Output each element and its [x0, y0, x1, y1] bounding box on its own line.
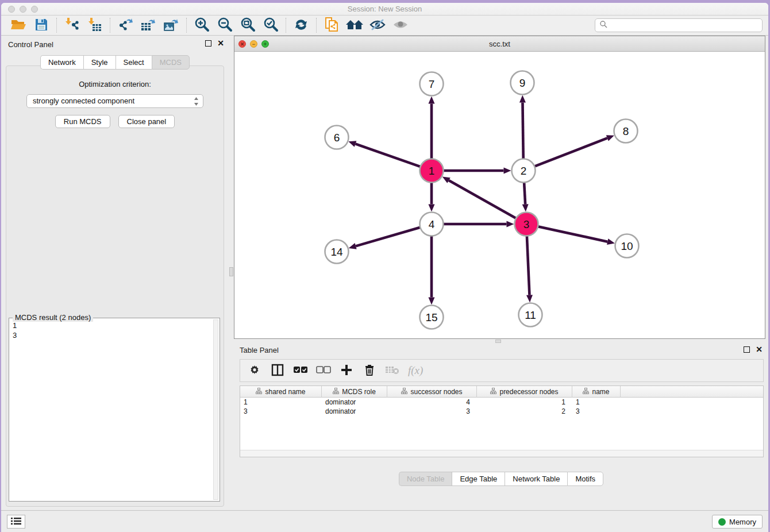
edge-arrow-4-15: [429, 298, 435, 305]
search-input[interactable]: [608, 20, 762, 30]
export-image-button[interactable]: [160, 17, 183, 34]
table-cell[interactable]: dominator: [322, 398, 387, 407]
zoom-in-icon: [194, 17, 210, 34]
float-table-panel-icon[interactable]: [744, 346, 750, 353]
import-network-button[interactable]: [60, 17, 83, 34]
table-cell[interactable]: 1: [477, 398, 572, 407]
graph-node-label-3: 3: [523, 218, 530, 230]
create-column-button[interactable]: [339, 362, 354, 379]
column-header-successor-nodes[interactable]: successor nodes: [387, 386, 477, 398]
hide-details-button[interactable]: [366, 17, 389, 34]
table-cell[interactable]: 3: [240, 407, 322, 416]
column-header-shared-name[interactable]: shared name: [240, 386, 322, 398]
column-header-label: name: [592, 388, 609, 396]
table-cell[interactable]: 2: [477, 407, 572, 416]
edge-2-9[interactable]: [522, 102, 523, 159]
edge-4-14[interactable]: [356, 228, 420, 246]
refresh-button[interactable]: [290, 17, 313, 34]
edge-3-10[interactable]: [538, 226, 607, 241]
result-scrollbar[interactable]: [213, 319, 218, 500]
table-cell[interactable]: 3: [387, 407, 477, 416]
tab-node-table[interactable]: Node Table: [399, 472, 452, 486]
edge-3-11[interactable]: [527, 236, 530, 295]
close-table-panel-icon[interactable]: ✕: [756, 346, 763, 353]
graph-node-label-9: 9: [519, 77, 526, 89]
edge-arrow-3-10: [607, 238, 615, 245]
edge-2-8[interactable]: [534, 138, 607, 166]
function-builder-button[interactable]: f(x): [408, 362, 423, 379]
column-header-label: successor nodes: [410, 388, 462, 396]
delete-table-button[interactable]: [385, 362, 400, 379]
mcds-result-list[interactable]: 13: [13, 321, 213, 500]
zoom-out-button[interactable]: [213, 17, 236, 34]
splitter-grip[interactable]: [229, 267, 233, 276]
edge-arrow-2-9: [519, 95, 526, 102]
table-cell[interactable]: 3: [572, 407, 621, 416]
table-cell[interactable]: 1: [572, 398, 621, 407]
toolbar-separator: [286, 18, 286, 33]
table-cell[interactable]: 4: [387, 398, 477, 407]
edge-1-6[interactable]: [356, 144, 421, 167]
first-neighbors-button[interactable]: [343, 17, 366, 34]
import-network-icon: [64, 17, 79, 34]
deselect-all-button[interactable]: [316, 362, 331, 379]
network-graph: 7968124314101511: [234, 52, 765, 338]
clone-network-button[interactable]: [320, 17, 343, 34]
graph-node-label-2: 2: [521, 165, 527, 177]
columns-icon: [271, 364, 284, 378]
edge-2-3[interactable]: [524, 182, 525, 204]
export-table-icon: [140, 17, 156, 34]
close-panel-icon[interactable]: ✕: [217, 40, 224, 47]
task-history-button[interactable]: [7, 515, 25, 529]
tab-style[interactable]: Style: [83, 55, 116, 70]
save-icon: [34, 18, 48, 33]
column-header-label: MCDS role: [342, 388, 376, 396]
tab-edge-table[interactable]: Edge Table: [452, 472, 505, 486]
open-folder-icon: [10, 18, 26, 33]
column-header-predecessor-nodes[interactable]: predecessor nodes: [477, 386, 572, 398]
table-horizontal-scrollbar[interactable]: [240, 450, 763, 457]
float-panel-icon[interactable]: [205, 40, 211, 47]
table-row[interactable]: 3dominator323: [240, 407, 763, 416]
tab-motifs[interactable]: Motifs: [567, 472, 603, 486]
control-panel: Control Panel ✕ NetworkStyleSelectMCDS O…: [1, 36, 229, 510]
network-canvas[interactable]: 7968124314101511: [234, 52, 765, 338]
table-panel: Table Panel ✕: [234, 343, 768, 510]
column-header-label: shared name: [265, 388, 305, 396]
network-window-title: scc.txt: [234, 40, 765, 48]
zoom-fit-button[interactable]: [236, 17, 259, 34]
gear-icon: [248, 364, 261, 378]
table-row[interactable]: 1dominator411: [240, 398, 763, 407]
export-network-button[interactable]: [114, 17, 137, 34]
result-item: 1: [13, 321, 213, 330]
tab-network[interactable]: Network: [40, 55, 83, 70]
vertical-splitter[interactable]: [229, 36, 234, 510]
zoom-selected-button[interactable]: [259, 17, 282, 34]
edge-3-1[interactable]: [449, 180, 516, 218]
import-table-button[interactable]: [83, 17, 106, 34]
memory-button[interactable]: Memory: [712, 515, 763, 529]
select-all-button[interactable]: [293, 362, 308, 379]
window-title: Session: New Session: [1, 5, 768, 13]
table-cell[interactable]: dominator: [322, 407, 387, 416]
network-window: ✕ − + scc.txt 7968124314101511: [234, 36, 765, 339]
column-header-name[interactable]: name: [572, 386, 621, 398]
run-mcds-button[interactable]: Run MCDS: [55, 115, 110, 128]
save-session-button[interactable]: [30, 17, 53, 34]
tab-mcds[interactable]: MCDS: [152, 55, 190, 70]
export-table-button[interactable]: [137, 17, 160, 34]
close-panel-button[interactable]: Close panel: [118, 115, 175, 128]
column-header-MCDS-role[interactable]: MCDS role: [322, 386, 387, 398]
show-details-button[interactable]: [389, 17, 412, 34]
open-session-button[interactable]: [7, 17, 30, 34]
zoom-in-button[interactable]: [190, 17, 213, 34]
optimization-criterion-select[interactable]: strongly connected component: [26, 94, 203, 108]
table-cell[interactable]: 1: [240, 398, 322, 407]
show-columns-button[interactable]: [270, 362, 285, 379]
node-table: shared nameMCDS rolesuccessor nodesprede…: [240, 385, 764, 457]
tab-network-table[interactable]: Network Table: [505, 472, 567, 486]
delete-column-button[interactable]: [362, 362, 377, 379]
table-settings-button[interactable]: [247, 362, 262, 379]
toolbar-separator: [186, 18, 187, 33]
tab-select[interactable]: Select: [116, 55, 152, 70]
